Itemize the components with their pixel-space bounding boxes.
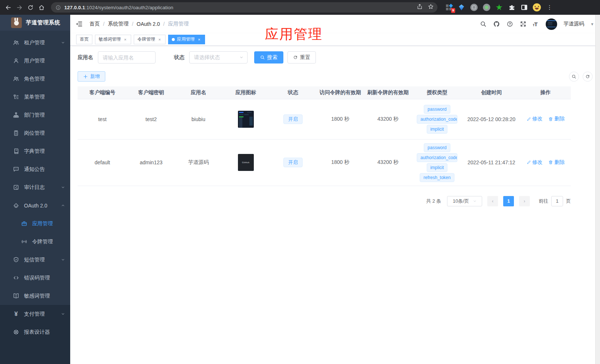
sidebar-item-oauth2-application[interactable]: 应用管理	[0, 214, 70, 233]
profile-avatar-icon[interactable]	[533, 3, 541, 11]
col-created: 创建时间	[463, 86, 520, 99]
tab-home[interactable]: 首页	[76, 35, 92, 44]
sidebar-item-oauth2-token[interactable]: 令牌管理	[0, 233, 70, 251]
tags-view-bar: 首页 敏感词管理× 令牌管理× 应用管理×	[70, 33, 600, 46]
page-size-select[interactable]: 10条/页	[447, 196, 482, 206]
font-size-icon[interactable]: тT	[533, 21, 537, 27]
reset-button[interactable]: 重置	[287, 51, 316, 63]
col-client-id: 客户端编号	[78, 86, 127, 99]
share-icon[interactable]	[417, 4, 423, 11]
search-icon	[572, 74, 576, 79]
sidebar-item-role[interactable]: 角色管理	[0, 70, 70, 88]
sidebar-item-user[interactable]: 用户管理	[0, 52, 70, 70]
browser-menu-icon[interactable]: ⋮	[547, 4, 552, 11]
table-row: default admin123 芋道源码 GitHub 开启 1800 秒 4…	[78, 139, 571, 186]
app-name-input[interactable]	[98, 51, 156, 63]
add-button[interactable]: 新增	[78, 71, 105, 82]
extensions-puzzle-icon[interactable]	[508, 3, 516, 11]
sidebar-item-sensitive-word[interactable]: 敏感词管理	[0, 287, 70, 305]
browser-chrome: 127.0.0.1:1024/system/oauth2/oauth2/appl…	[0, 0, 600, 15]
sidebar-item-error-code[interactable]: 错误码管理	[0, 269, 70, 287]
address-bar[interactable]: 127.0.0.1:1024/system/oauth2/oauth2/appl…	[51, 2, 437, 13]
browser-back-icon[interactable]	[4, 3, 13, 12]
edit-link[interactable]: 修改	[526, 159, 543, 166]
grant-type-tags: password authorization_code implicit ref…	[413, 143, 461, 182]
browser-home-icon[interactable]	[37, 3, 46, 12]
toggle-search-button[interactable]	[569, 72, 579, 82]
bookmark-star-icon[interactable]	[428, 4, 434, 11]
goto-page-input[interactable]	[551, 196, 563, 206]
extension-star-icon[interactable]	[495, 3, 503, 11]
rabbit-logo-image	[11, 17, 22, 28]
sidebar-item-sms[interactable]: 短信管理	[0, 251, 70, 269]
close-icon[interactable]: ×	[197, 37, 201, 42]
breadcrumb-home[interactable]: 首页	[89, 21, 100, 27]
sidebar-item-post[interactable]: 岗位管理	[0, 124, 70, 142]
sidebar: 芋道管理系统 租户管理 用户管理 角色管理 菜单管理 部门管理 岗位管理 字典管…	[0, 15, 70, 364]
fullscreen-icon[interactable]	[519, 21, 526, 28]
site-info-icon[interactable]	[55, 5, 61, 10]
sidebar-item-oauth2[interactable]: OAuth 2.0	[0, 196, 70, 214]
close-icon[interactable]: ×	[157, 37, 162, 42]
delete-link[interactable]: 删除	[548, 116, 565, 122]
current-page-button[interactable]: 1	[503, 196, 514, 206]
edit-link[interactable]: 修改	[526, 116, 543, 122]
search-button[interactable]: 搜索	[254, 51, 283, 63]
extension-gem-icon[interactable]	[457, 3, 466, 11]
sidebar-toggle-icon[interactable]	[520, 3, 528, 11]
edit-pencil-icon	[526, 117, 531, 121]
goto-label: 前往	[539, 198, 548, 205]
refresh-table-button[interactable]	[583, 72, 593, 82]
close-icon[interactable]: ×	[123, 37, 127, 42]
page-unit-label: 页	[566, 198, 571, 205]
chevron-down-icon	[61, 185, 65, 189]
user-caret-down-icon[interactable]: ▼	[590, 22, 594, 26]
sidebar-item-report-designer[interactable]: 报表设计器	[0, 323, 70, 341]
header-search-icon[interactable]	[480, 21, 487, 28]
col-status: 状态	[270, 86, 316, 99]
chevron-down-icon	[61, 258, 65, 262]
breadcrumb-system[interactable]: 系统管理	[108, 21, 129, 27]
sidebar-item-menu[interactable]: 菜单管理	[0, 88, 70, 106]
app-icon-image[interactable]	[238, 111, 254, 128]
users-icon	[13, 76, 19, 82]
status-badge: 开启	[283, 158, 303, 167]
help-icon[interactable]	[506, 21, 513, 28]
total-count: 共 2 条	[426, 198, 441, 205]
tree-menu-icon	[13, 94, 19, 100]
sidebar-bottom-section: ¥支付管理 报表设计器	[0, 305, 70, 364]
status-select[interactable]: 请选择状态	[189, 51, 248, 63]
prev-page-button[interactable]: ‹	[487, 196, 498, 206]
tab-token[interactable]: 令牌管理×	[134, 35, 166, 44]
breadcrumb-oauth2[interactable]: OAuth 2.0	[137, 21, 160, 27]
extension-grid-icon[interactable]: 9	[445, 3, 453, 11]
browser-scrollbar[interactable]	[595, 15, 600, 364]
browser-reload-icon[interactable]	[26, 3, 35, 12]
extensions-strip: 9	[445, 3, 541, 11]
sidebar-item-dept[interactable]: 部门管理	[0, 106, 70, 124]
extension-circle-icon[interactable]	[470, 3, 478, 11]
sidebar-item-pay[interactable]: ¥支付管理	[0, 305, 70, 323]
user-avatar[interactable]	[546, 18, 557, 30]
sidebar-item-tenant[interactable]: 租户管理	[0, 34, 70, 52]
report-wheel-icon	[13, 329, 19, 335]
sidebar-item-dict[interactable]: 字典管理	[0, 142, 70, 160]
sidebar-fold-icon[interactable]	[75, 20, 83, 28]
code-icon	[13, 275, 19, 281]
next-page-button[interactable]: ›	[519, 196, 530, 206]
app-icon-image[interactable]: GitHub	[238, 154, 254, 171]
sidebar-item-audit-log[interactable]: 审计日志	[0, 178, 70, 196]
sidebar-item-notice[interactable]: 通知公告	[0, 160, 70, 178]
sidebar-menu: 租户管理 用户管理 角色管理 菜单管理 部门管理 岗位管理 字典管理 通知公告 …	[0, 31, 70, 305]
github-icon[interactable]	[493, 21, 500, 28]
user-name[interactable]: 芋道源码	[563, 21, 584, 27]
app-logo[interactable]: 芋道管理系统	[0, 15, 70, 31]
shield-check-icon	[13, 257, 19, 263]
delete-link[interactable]: 删除	[548, 159, 565, 166]
tab-sensitive-word[interactable]: 敏感词管理×	[95, 35, 131, 44]
browser-forward-icon[interactable]	[15, 3, 24, 12]
refresh-icon	[585, 74, 590, 79]
tab-application-active[interactable]: 应用管理×	[168, 35, 205, 44]
extension-recorder-icon[interactable]	[483, 3, 491, 11]
org-chart-icon	[13, 112, 19, 118]
